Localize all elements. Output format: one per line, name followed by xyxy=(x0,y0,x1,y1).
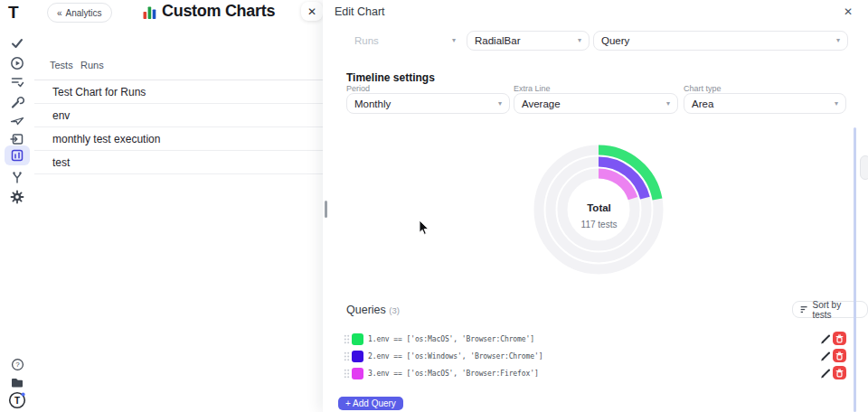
sidebar-item-settings[interactable] xyxy=(5,187,30,207)
right-edge-handle[interactable] xyxy=(860,155,868,180)
sidebar-item-tools[interactable] xyxy=(5,92,30,112)
tab-tests[interactable]: Tests xyxy=(50,60,73,70)
period-select[interactable]: Monthly ▾ xyxy=(346,93,510,114)
avatar-icon: T xyxy=(8,391,26,409)
delete-query-button[interactable] xyxy=(833,332,846,345)
trash-icon xyxy=(835,369,844,378)
sort-by-tests-button[interactable]: Sort by tests xyxy=(792,301,868,318)
panel-scrollbar[interactable] xyxy=(854,127,856,412)
edit-pencil-icon[interactable] xyxy=(819,350,832,362)
chevron-down-icon: ▾ xyxy=(666,100,670,108)
chevron-down-icon: ▾ xyxy=(498,100,502,108)
delete-query-button[interactable] xyxy=(833,366,846,379)
query-color-swatch xyxy=(352,351,363,362)
page-title: Custom Charts xyxy=(162,2,275,21)
custom-charts-icon xyxy=(10,148,24,163)
mouse-cursor xyxy=(419,220,429,236)
queries-count: (3) xyxy=(389,305,400,315)
queries-heading-text: Queries xyxy=(346,304,386,316)
branch-icon xyxy=(10,170,24,184)
query-row-1: 1.env == ['os:MacOS', 'Browser:Chrome'] xyxy=(323,331,868,348)
extra-line-label: Extra Line xyxy=(514,84,551,93)
import-box-icon xyxy=(10,132,24,146)
trash-icon xyxy=(835,334,844,343)
settings-gear-icon xyxy=(10,190,24,204)
chevron-down-icon: ▾ xyxy=(836,37,840,44)
sidebar-item-projects[interactable] xyxy=(5,372,30,392)
pulse-icon xyxy=(10,113,24,127)
chart-kind-select-value: RadialBar xyxy=(475,35,521,46)
query-text: 3.env == ['os:MacOS', 'Browser:Firefox'] xyxy=(368,370,539,378)
source-select[interactable]: Runs ▾ xyxy=(346,31,464,51)
query-color-swatch xyxy=(352,368,363,379)
sidebar-item-branches[interactable] xyxy=(5,167,30,187)
drag-handle-icon[interactable] xyxy=(344,334,350,344)
query-color-swatch xyxy=(352,333,363,345)
app-window: T xyxy=(0,0,868,412)
list-item-monthly-test-execution[interactable]: monthly test execution xyxy=(34,127,326,151)
edit-pencil-icon[interactable] xyxy=(819,332,832,345)
bar-chart-icon xyxy=(142,5,157,20)
close-icon: ✕ xyxy=(844,5,853,18)
back-button-label: Analytics xyxy=(66,8,102,18)
list-item-test-chart-for-runs[interactable]: Test Chart for Runs xyxy=(34,80,326,104)
check-icon xyxy=(10,36,24,51)
extra-line-select-value: Average xyxy=(522,98,561,109)
folder-icon xyxy=(10,375,24,389)
trash-icon xyxy=(835,351,844,360)
list-panel-close-button[interactable]: ✕ xyxy=(301,2,323,21)
chart-total-label: Total xyxy=(520,202,678,213)
sidebar-item-runs[interactable] xyxy=(5,53,30,73)
query-text: 1.env == ['os:MacOS', 'Browser:Chrome'] xyxy=(368,335,534,343)
edit-chart-panel: Edit Chart ✕ Runs ▾ RadialBar ▾ Query ▾ … xyxy=(323,0,868,412)
sidebar-item-help[interactable]: ? xyxy=(5,354,30,374)
sidebar-item-custom-charts[interactable] xyxy=(5,145,30,165)
drag-handle-icon[interactable] xyxy=(344,351,350,361)
data-mode-select-value: Query xyxy=(601,35,629,46)
add-query-button[interactable]: + Add Query xyxy=(338,397,403,410)
data-mode-select[interactable]: Query ▾ xyxy=(593,31,848,51)
edit-chart-close-button[interactable]: ✕ xyxy=(840,4,856,20)
extra-line-select[interactable]: Average ▾ xyxy=(514,93,678,114)
sidebar-item-tests[interactable] xyxy=(5,33,30,53)
chart-type-select-value: Area xyxy=(692,98,713,109)
delete-query-button[interactable] xyxy=(833,349,846,362)
back-chevrons-icon: « xyxy=(57,8,62,18)
sidebar-item-pulse[interactable] xyxy=(5,110,30,130)
back-to-analytics-button[interactable]: « Analytics xyxy=(47,3,112,23)
help-icon: ? xyxy=(11,358,24,371)
query-text: 2.env == ['os:Windows', 'Browser:Chrome'… xyxy=(368,352,542,360)
sidebar-item-plans[interactable] xyxy=(5,72,30,92)
chart-kind-select[interactable]: RadialBar ▾ xyxy=(467,31,590,51)
play-circle-icon xyxy=(10,56,24,70)
chevron-down-icon: ▾ xyxy=(835,100,838,108)
list-item-test[interactable]: test xyxy=(34,151,326,174)
period-label: Period xyxy=(346,84,370,93)
charts-list-panel: « Analytics Custom Charts ✕ Tests Runs T… xyxy=(34,0,326,412)
edit-chart-title: Edit Chart xyxy=(335,5,385,18)
task-list-icon xyxy=(10,75,24,89)
chart-type-label: Chart type xyxy=(684,84,722,93)
close-icon: ✕ xyxy=(307,5,316,18)
panel-resize-handle[interactable] xyxy=(325,201,327,218)
tab-runs[interactable]: Runs xyxy=(80,60,104,70)
source-select-value: Runs xyxy=(354,35,379,46)
timeline-settings-heading: Timeline settings xyxy=(346,71,435,84)
query-row-2: 2.env == ['os:Windows', 'Browser:Chrome'… xyxy=(323,348,868,365)
list-item-env[interactable]: env xyxy=(34,104,326,127)
chart-type-select[interactable]: Area ▾ xyxy=(684,93,846,114)
svg-text:?: ? xyxy=(15,360,20,369)
queries-heading: Queries (3) xyxy=(346,304,400,316)
profile-avatar[interactable]: T xyxy=(5,390,30,410)
drag-handle-icon[interactable] xyxy=(344,369,350,379)
edit-pencil-icon[interactable] xyxy=(819,367,832,379)
radial-bar-chart: Total 117 tests xyxy=(520,136,678,285)
sort-icon xyxy=(800,305,808,314)
svg-text:T: T xyxy=(14,396,20,406)
period-select-value: Monthly xyxy=(354,98,391,109)
chevron-down-icon: ▾ xyxy=(578,37,581,44)
app-logo: T xyxy=(8,3,18,23)
chevron-down-icon: ▾ xyxy=(452,37,456,44)
app-sidebar: T xyxy=(0,0,35,412)
query-row-3: 3.env == ['os:MacOS', 'Browser:Firefox'] xyxy=(323,365,868,382)
